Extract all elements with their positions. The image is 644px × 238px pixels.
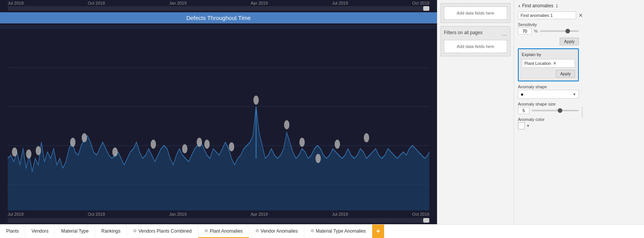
tab-material-anomalies-label: Material Type Anomalies — [316, 228, 366, 234]
axis-label-2: Oct 2018 — [88, 1, 105, 5]
chart-area: Jul 2018 Oct 2018 Jan 2019 Apr 2019 Jul … — [0, 0, 437, 224]
anomaly-size-label: Anomaly shape size — [518, 102, 579, 106]
filter-section-1: Add data fields here — [440, 3, 511, 23]
tab-vendor-anomalies[interactable]: ⚙ Vendor Anomalies — [249, 225, 304, 238]
anomaly-name-input[interactable] — [518, 12, 576, 19]
size-slider-track[interactable] — [532, 110, 579, 111]
axis-label-4: Apr 2019 — [251, 1, 268, 5]
svg-marker-4 — [8, 107, 429, 210]
svg-point-10 — [112, 147, 118, 157]
bottom-axis-label-3: Jan 2019 — [169, 212, 186, 217]
bottom-axis-label-1: Jul 2018 — [8, 212, 24, 217]
divider-2 — [0, 28, 437, 28]
filter-more-button[interactable]: ... — [501, 30, 507, 38]
axis-label-1: Jul 2018 — [8, 1, 24, 5]
tab-material-anomalies[interactable]: ⚙ Material Type Anomalies — [304, 225, 373, 238]
explain-by-box: Explain by Plant Location ✕ Apply — [518, 48, 579, 81]
bottom-axis-label-4: Apr 2019 — [251, 212, 268, 217]
svg-point-7 — [36, 146, 41, 155]
tab-material-type-label: Material Type — [61, 228, 89, 234]
svg-point-14 — [204, 140, 210, 149]
svg-point-12 — [182, 144, 187, 154]
chart-title: Defects Throughout Time — [0, 12, 437, 23]
svg-point-13 — [197, 138, 202, 147]
scroll-track-top[interactable] — [8, 6, 429, 11]
svg-point-11 — [151, 140, 156, 149]
tab-vendors[interactable]: Vendors — [25, 225, 55, 238]
scroll-thumb-bottom[interactable] — [423, 218, 429, 223]
tab-material-anomalies-icon: ⚙ — [310, 228, 314, 233]
right-panels: Add data fields here Filters on all page… — [437, 0, 644, 224]
anomaly-name-row: ✕ — [518, 12, 579, 19]
svg-point-9 — [82, 133, 87, 142]
anomaly-color-label: Anomaly color — [518, 117, 579, 122]
explain-by-tag-text: Plant Location — [524, 61, 551, 66]
anomaly-shape-select[interactable]: ● ▼ — [518, 90, 579, 99]
bottom-axis-label-2: Oct 2018 — [88, 212, 105, 217]
tab-vendors-plants-label: Vendors Plants Combined — [138, 228, 192, 234]
explain-by-apply-button[interactable]: Apply — [556, 70, 575, 78]
svg-point-16 — [253, 96, 259, 105]
sensitivity-slider-thumb[interactable] — [565, 29, 570, 33]
svg-point-17 — [284, 120, 289, 129]
chart-svg — [8, 29, 429, 210]
tab-plant-anomalies[interactable]: ⚙ Plant Anomalies — [198, 225, 249, 238]
axis-label-3: Jan 2019 — [169, 1, 186, 5]
sensitivity-row: % — [518, 28, 579, 35]
filter-panel: Add data fields here Filters on all page… — [437, 0, 514, 224]
tab-bar: Plants Vendors Material Type Rankings ⚙ … — [0, 224, 644, 238]
anomaly-shape-section: Anomaly shape ● ▼ — [518, 84, 579, 99]
svg-point-20 — [335, 140, 340, 149]
scroll-track-bottom[interactable] — [8, 218, 429, 223]
anomaly-count: 1 — [555, 3, 558, 8]
color-box-row: ▼ — [518, 122, 579, 129]
chart-bottom-axis: Jul 2018 Oct 2018 Jan 2019 Apr 2019 Jul … — [0, 210, 437, 218]
tab-rankings-label: Rankings — [101, 228, 120, 234]
tab-material-type[interactable]: Material Type — [55, 225, 95, 238]
anomaly-title: Find anomalies — [522, 3, 553, 8]
color-swatch[interactable] — [518, 122, 525, 129]
anomaly-header-left: ∧ Find anomalies 1 — [518, 3, 558, 8]
svg-point-6 — [26, 149, 31, 159]
anomaly-close-button[interactable]: ✕ — [578, 12, 583, 18]
anomaly-panel: › ∧ Find anomalies 1 ✕ Sensitivity % — [514, 0, 583, 224]
svg-point-5 — [12, 147, 17, 157]
svg-point-8 — [70, 138, 76, 147]
anomaly-shape-value: ● — [521, 91, 524, 97]
svg-point-21 — [364, 133, 369, 142]
explain-by-tag-close[interactable]: ✕ — [553, 61, 557, 66]
tab-add-button[interactable]: + — [372, 225, 384, 238]
sensitivity-apply-button[interactable]: Apply — [560, 38, 579, 45]
sensitivity-input[interactable] — [518, 28, 532, 35]
expand-handle[interactable]: › — [582, 106, 583, 118]
anomaly-color-section: Anomaly color ▼ — [518, 117, 579, 129]
axis-label-6: Oct 2019 — [412, 1, 429, 5]
filter-section-2: Filters on all pages ... Add data fields… — [440, 26, 511, 56]
explain-by-label: Explain by — [522, 52, 575, 57]
size-slider-thumb[interactable] — [558, 108, 562, 113]
scroll-thumb-top[interactable] — [423, 6, 429, 11]
filter-section-2-label: Filters on all pages — [444, 30, 483, 35]
tab-vendor-anomalies-icon: ⚙ — [255, 228, 259, 233]
svg-point-18 — [299, 138, 305, 147]
sensitivity-label: Sensitivity — [518, 22, 579, 27]
anomaly-header: ∧ Find anomalies 1 — [518, 3, 579, 8]
explain-by-tag: Plant Location ✕ — [522, 59, 575, 68]
sensitivity-slider-track[interactable] — [540, 30, 579, 32]
anomaly-size-section: Anomaly shape size — [518, 102, 579, 114]
tab-vendors-plants[interactable]: ⚙ Vendors Plants Combined — [127, 225, 198, 238]
divider-1 — [0, 26, 437, 26]
tab-rankings[interactable]: Rankings — [95, 225, 127, 238]
tab-vendors-label: Vendors — [31, 228, 48, 234]
add-fields-box-2[interactable]: Add data fields here — [444, 40, 507, 53]
sensitivity-unit: % — [534, 29, 538, 33]
tab-plants[interactable]: Plants — [0, 225, 25, 238]
shape-select-arrow-icon: ▼ — [573, 93, 576, 96]
tab-plants-label: Plants — [6, 228, 19, 234]
tab-plant-anomalies-label: Plant Anomalies — [210, 228, 243, 234]
chart-svg-area — [0, 29, 437, 210]
bottom-axis-label-6: Oct 2019 — [412, 212, 429, 217]
add-fields-box-1[interactable]: Add data fields here — [444, 7, 507, 20]
anomaly-size-input[interactable] — [518, 107, 529, 114]
color-arrow-icon[interactable]: ▼ — [526, 124, 530, 128]
